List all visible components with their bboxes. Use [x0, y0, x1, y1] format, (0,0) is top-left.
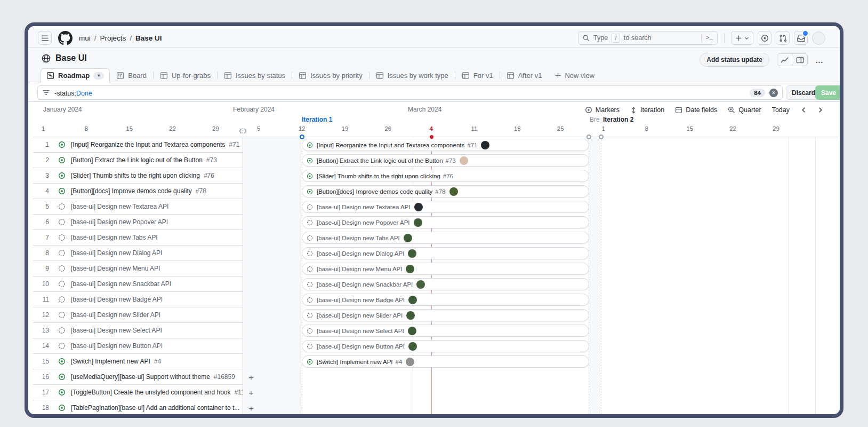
- add-date-button[interactable]: +: [246, 404, 256, 413]
- issue-title[interactable]: [ToggleButton] Create the unstyled compo…: [71, 389, 231, 396]
- table-row[interactable]: 2[Button] Extract the Link logic out of …: [33, 153, 243, 168]
- new-view-button[interactable]: New view: [548, 72, 601, 80]
- iteration-sort-button[interactable]: Iteration: [630, 106, 664, 114]
- tab-up-for-grabs[interactable]: Up-for-grabs: [154, 69, 217, 82]
- today-button[interactable]: Today: [772, 106, 790, 114]
- table-row[interactable]: 6[base-ui] Design new Popover API: [33, 215, 243, 230]
- assignee-avatar[interactable]: [408, 342, 417, 351]
- breadcrumb-org[interactable]: mui: [79, 34, 91, 42]
- table-row[interactable]: 1[Input] Reorganize the Input and Textar…: [33, 137, 243, 153]
- table-row[interactable]: 4[Button][docs] Improve demos code quali…: [33, 184, 243, 199]
- issue-title[interactable]: [base-ui] Design new Dialog API: [71, 249, 162, 257]
- timeline-bar[interactable]: [base-ui] Design new Snackbar API: [302, 278, 589, 290]
- breadcrumb-projects[interactable]: Projects: [100, 34, 126, 42]
- add-date-button[interactable]: +: [246, 373, 256, 382]
- clear-filter-button[interactable]: ✕: [769, 89, 778, 97]
- filter-input[interactable]: -status:Done 84 ✕: [37, 85, 783, 100]
- table-row[interactable]: 3[Slider] Thumb shifts to the right upon…: [33, 168, 243, 184]
- notifications-button[interactable]: [794, 31, 808, 45]
- assignee-avatar[interactable]: [449, 187, 458, 196]
- issue-title[interactable]: [base-ui] Design new Textarea API: [71, 203, 168, 210]
- issue-title[interactable]: [useMediaQuery][base-ui] Support without…: [71, 373, 210, 381]
- assignee-avatar[interactable]: [414, 203, 423, 211]
- assignee-avatar[interactable]: [406, 358, 414, 366]
- tab-roadmap[interactable]: Roadmap▾: [41, 68, 110, 83]
- pull-requests-button[interactable]: [776, 31, 790, 45]
- tab-after-v1[interactable]: After v1: [500, 69, 549, 82]
- timeline-bar[interactable]: [Input] Reorganize the Input and Textare…: [302, 139, 589, 151]
- assignee-avatar[interactable]: [408, 296, 417, 304]
- tab-board[interactable]: Board: [110, 69, 153, 82]
- table-row[interactable]: 17[ToggleButton] Create the unstyled com…: [33, 385, 243, 400]
- breadcrumb-project[interactable]: Base UI: [135, 34, 162, 42]
- issue-title[interactable]: [base-ui] Design new Select API: [71, 327, 162, 334]
- insights-button[interactable]: [777, 53, 792, 66]
- create-new-button[interactable]: [731, 31, 753, 45]
- tab-issues-by-status[interactable]: Issues by status: [218, 69, 292, 82]
- issue-title[interactable]: [base-ui] Design new Popover API: [71, 218, 168, 226]
- assignee-avatar[interactable]: [406, 311, 415, 320]
- table-row[interactable]: 13[base-ui] Design new Select API: [33, 323, 243, 338]
- issue-title[interactable]: [base-ui] Design new Tabs API: [71, 234, 158, 241]
- scroll-right-button[interactable]: [817, 107, 824, 113]
- table-row[interactable]: 16[useMediaQuery][base-ui] Support witho…: [33, 369, 243, 385]
- assignee-avatar[interactable]: [460, 156, 468, 165]
- tab-issues-by-priority[interactable]: Issues by priority: [292, 69, 369, 82]
- issue-title[interactable]: [Switch] Implement new API: [71, 358, 150, 365]
- timeline-bar[interactable]: [Button][docs] Improve demos code qualit…: [302, 185, 589, 197]
- issue-title[interactable]: [TablePagination][base-ui] Add an additi…: [71, 404, 239, 412]
- table-row[interactable]: 9[base-ui] Design new Menu API: [33, 261, 243, 276]
- assignee-avatar[interactable]: [408, 327, 416, 335]
- assignee-avatar[interactable]: [406, 265, 414, 273]
- scroll-left-button[interactable]: [800, 107, 807, 113]
- table-row[interactable]: 12[base-ui] Design new Slider API: [33, 307, 243, 323]
- issue-title[interactable]: [Button][docs] Improve demos code qualit…: [71, 187, 192, 195]
- github-logo-icon[interactable]: [58, 31, 73, 45]
- side-panel-button[interactable]: [792, 53, 808, 66]
- save-button[interactable]: Save: [815, 85, 840, 100]
- assignee-avatar[interactable]: [481, 141, 489, 149]
- table-row[interactable]: 14[base-ui] Design new Button API: [33, 338, 243, 354]
- hamburger-menu-button[interactable]: [38, 31, 52, 45]
- zoom-quarter-button[interactable]: Quarter: [728, 106, 761, 114]
- table-row[interactable]: 10[base-ui] Design new Snackbar API: [33, 276, 243, 292]
- timeline-bar[interactable]: [base-ui] Design new Dialog API: [302, 247, 589, 259]
- issue-title[interactable]: [base-ui] Design new Button API: [71, 342, 163, 350]
- timeline-bar[interactable]: [base-ui] Design new Tabs API: [302, 232, 589, 244]
- issue-title[interactable]: [base-ui] Design new Slider API: [71, 311, 160, 319]
- table-row[interactable]: 7[base-ui] Design new Tabs API: [33, 230, 243, 246]
- assignee-avatar[interactable]: [404, 234, 412, 242]
- assignee-avatar[interactable]: [414, 218, 422, 227]
- timeline-bar[interactable]: [Button] Extract the Link logic out of t…: [302, 154, 589, 167]
- timeline-bar[interactable]: [base-ui] Design new Button API: [302, 340, 589, 352]
- user-avatar[interactable]: [812, 31, 825, 45]
- timeline-bar[interactable]: [base-ui] Design new Slider API: [302, 309, 589, 321]
- issue-title[interactable]: [base-ui] Design new Snackbar API: [71, 280, 171, 288]
- date-fields-button[interactable]: Date fields: [675, 106, 717, 114]
- issue-title[interactable]: [base-ui] Design new Menu API: [71, 265, 160, 272]
- timeline-bar[interactable]: [Slider] Thumb shifts to the right upon …: [302, 170, 589, 182]
- add-date-button[interactable]: +: [246, 388, 256, 398]
- tab-issues-by-work-type[interactable]: Issues by work type: [369, 69, 455, 82]
- table-row[interactable]: 5[base-ui] Design new Textarea API: [33, 199, 243, 215]
- issue-title[interactable]: [base-ui] Design new Badge API: [71, 296, 163, 303]
- table-row[interactable]: 11[base-ui] Design new Badge API: [33, 292, 243, 307]
- project-menu-button[interactable]: …: [815, 56, 824, 65]
- table-row[interactable]: 15[Switch] Implement new API#4: [33, 354, 243, 369]
- timeline-bar[interactable]: [Switch] Implement new API#4: [302, 355, 589, 368]
- tab-options-caret[interactable]: ▾: [93, 72, 104, 80]
- issue-title[interactable]: [Button] Extract the Link logic out of t…: [71, 156, 203, 164]
- timeline-bar[interactable]: [base-ui] Design new Textarea API: [302, 201, 589, 213]
- command-palette-icon[interactable]: >_: [701, 35, 713, 41]
- assignee-avatar[interactable]: [416, 280, 425, 289]
- assignee-avatar[interactable]: [408, 249, 416, 258]
- issue-title[interactable]: [Input] Reorganize the Input and Textare…: [71, 141, 225, 148]
- issue-title[interactable]: [Slider] Thumb shifts to the right upon …: [71, 172, 200, 179]
- markers-button[interactable]: Markers: [585, 106, 620, 114]
- timeline-bar[interactable]: [base-ui] Design new Badge API: [302, 294, 589, 306]
- timeline-bar[interactable]: [base-ui] Design new Select API: [302, 325, 589, 337]
- table-row[interactable]: 8[base-ui] Design new Dialog API: [33, 246, 243, 261]
- panel-resize-handle[interactable]: [238, 127, 247, 137]
- search-input[interactable]: Type / to search >_: [578, 31, 718, 45]
- table-row[interactable]: 18[TablePagination][base-ui] Add an addi…: [33, 400, 243, 414]
